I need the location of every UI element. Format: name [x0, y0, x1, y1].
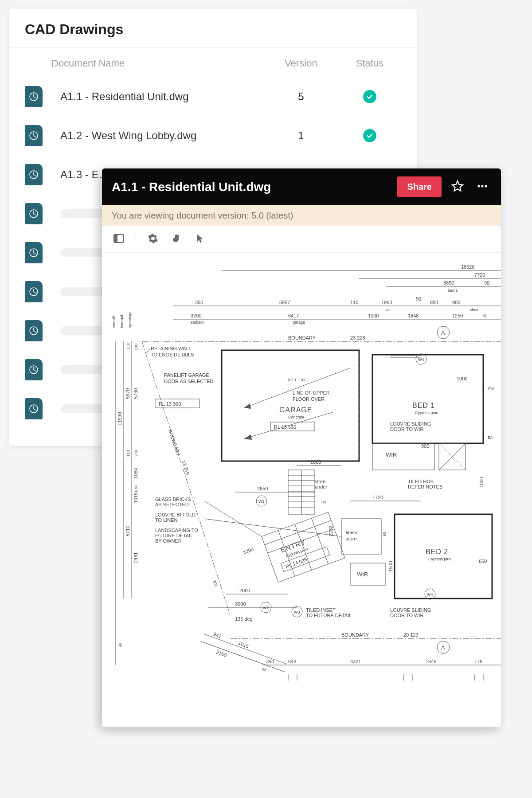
svg-text:90: 90 [416, 296, 421, 301]
svg-text:1963: 1963 [381, 300, 392, 305]
svg-text:1015: 1015 [238, 640, 250, 649]
svg-text:110: 110 [350, 300, 358, 305]
col-status-header: Status [339, 58, 401, 69]
svg-text:230: 230 [134, 344, 138, 350]
svg-text:shwr: shwr [470, 308, 478, 312]
pointer-tool-button[interactable] [194, 231, 206, 247]
svg-text:bed 1: bed 1 [448, 288, 458, 293]
svg-point-9 [477, 185, 480, 187]
document-viewer: A1.1 - Residential Unit.dwg Share You ar… [102, 168, 501, 727]
svg-text:7720: 7720 [474, 272, 485, 278]
panel-title: CAD Drawings [9, 9, 417, 48]
svg-text:BOUNDARY: BOUNDARY [341, 632, 369, 638]
svg-text:350: 350 [195, 300, 203, 305]
svg-text:3850: 3850 [443, 280, 454, 286]
svg-text:90: 90 [382, 532, 387, 536]
svg-point-11 [485, 185, 487, 187]
svg-text:Cypress pine: Cypress pine [415, 411, 438, 415]
svg-text:1848: 1848 [426, 659, 436, 664]
svg-text:2981: 2981 [133, 552, 138, 563]
svg-text:BED 2: BED 2 [426, 548, 448, 555]
svg-text:LINE OF UPPERFLOOR OVER: LINE OF UPPERFLOOR OVER [293, 390, 330, 402]
svg-text:1000: 1000 [310, 459, 321, 465]
svg-text:W1: W1 [258, 499, 265, 504]
svg-text:1064: 1064 [133, 468, 138, 479]
svg-text:WIR: WIR [357, 571, 368, 578]
pan-tool-button[interactable] [170, 231, 184, 247]
svg-text:TILED INSETTO FUTURE DETAIL: TILED INSETTO FUTURE DETAIL [306, 607, 352, 618]
svg-text:W3: W3 [294, 610, 300, 614]
svg-text:20 123: 20 123 [403, 632, 419, 638]
svg-rect-121 [395, 514, 492, 598]
settings-button[interactable] [146, 231, 160, 247]
svg-text:350: 350 [266, 659, 274, 664]
svg-text:setback: setback [191, 320, 205, 325]
svg-text:13 259: 13 259 [181, 460, 191, 476]
svg-text:1250: 1250 [452, 313, 463, 318]
svg-line-64 [146, 349, 150, 352]
svg-text:11990: 11990 [117, 412, 122, 426]
svg-text:5970: 5970 [125, 388, 130, 399]
svg-line-137 [312, 518, 329, 564]
svg-text:Concrete: Concrete [288, 415, 305, 419]
svg-rect-68 [222, 350, 359, 461]
svg-text:2000: 2000 [239, 588, 250, 593]
svg-text:PW: PW [488, 387, 494, 391]
svg-text:90: 90 [484, 280, 489, 286]
svg-text:PANELIFT GARAGEDOOR AS SELECTE: PANELIFT GARAGEDOOR AS SELECTED [164, 372, 213, 384]
svg-text:5957: 5957 [279, 300, 290, 305]
cad-file-icon [25, 242, 43, 263]
cad-file-icon [25, 86, 43, 107]
svg-text:garage: garage [293, 320, 305, 325]
viewer-toolbar [102, 226, 501, 253]
panel-toggle-button[interactable] [112, 232, 126, 246]
svg-text:GARAGE: GARAGE [279, 406, 312, 414]
svg-text:1800: 1800 [479, 477, 484, 488]
svg-rect-13 [114, 235, 117, 243]
svg-text:BOUNDARY: BOUNDARY [288, 335, 316, 340]
svg-marker-77 [244, 403, 251, 409]
doc-name: A1.2 - West Wing Lobby.dwg [51, 129, 263, 142]
svg-text:4321: 4321 [350, 659, 361, 664]
svg-text:fall   1 : 100: fall 1 : 100 [288, 378, 307, 382]
svg-text:670: 670 [134, 485, 138, 492]
svg-text:1000: 1000 [457, 376, 467, 381]
svg-text:linen/store: linen/store [346, 530, 358, 541]
svg-text:WIR: WIR [386, 451, 397, 458]
col-name-header: Document Name [51, 58, 263, 69]
svg-text:88: 88 [261, 667, 267, 673]
svg-text:A: A [441, 329, 445, 336]
svg-text:W4: W4 [427, 592, 433, 597]
version-notice: You are viewing document version: 5.0 (l… [102, 205, 501, 226]
svg-text:178: 178 [474, 659, 482, 664]
svg-text:W2: W2 [263, 606, 269, 610]
svg-text:230: 230 [134, 450, 138, 457]
svg-text:1848: 1848 [408, 313, 419, 318]
svg-text:overall: overall [112, 316, 116, 328]
doc-version: 1 [263, 129, 339, 142]
more-menu-button[interactable] [473, 177, 491, 196]
svg-text:90: 90 [118, 643, 122, 647]
svg-text:RL 13 300: RL 13 300 [159, 401, 181, 407]
favorite-button[interactable] [449, 177, 466, 196]
svg-text:BOUNDARY: BOUNDARY [168, 429, 181, 457]
table-row[interactable]: A1.2 - West Wing Lobby.dwg 1 [9, 116, 417, 155]
svg-text:openings: openings [128, 312, 132, 328]
viewer-title: A1.1 - Residential Unit.dwg [112, 180, 390, 194]
cad-file-icon [25, 164, 43, 185]
svg-marker-80 [244, 434, 252, 440]
svg-text:BED 1: BED 1 [412, 402, 435, 409]
svg-text:storeunder: storeunder [315, 479, 327, 489]
svg-text:1500: 1500 [388, 561, 393, 572]
svg-text:110: 110 [126, 450, 130, 457]
cad-file-icon [25, 203, 43, 224]
share-button[interactable]: Share [397, 176, 442, 197]
svg-text:135 deg: 135 deg [235, 616, 253, 622]
svg-text:GLASS BRICKSAS SELECTED: GLASS BRICKSAS SELECTED [155, 497, 191, 507]
status-ok-icon [363, 129, 376, 142]
cad-drawing-canvas[interactable]: overall internal openings 18528 7720 385… [102, 253, 501, 727]
list-header: Document Name Version Status [9, 48, 417, 77]
svg-text:1200: 1200 [243, 546, 254, 555]
table-row[interactable]: A1.1 - Residential Unit.dwg 5 [9, 77, 417, 116]
svg-text:648: 648 [288, 659, 296, 664]
